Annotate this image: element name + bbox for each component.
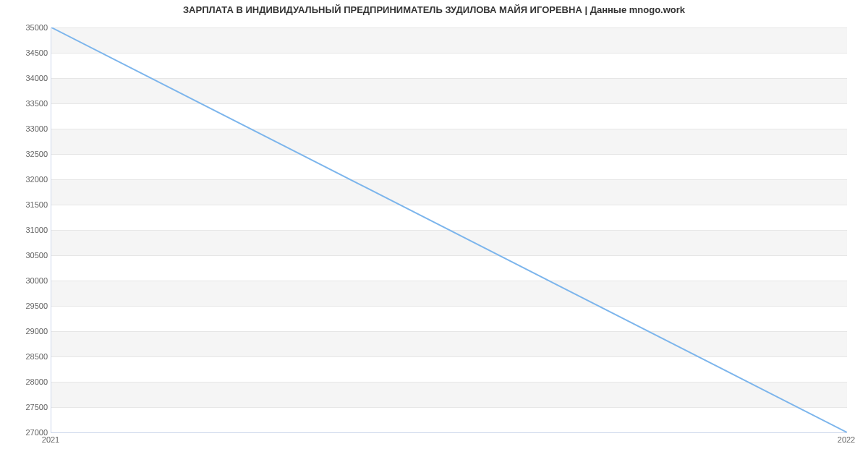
y-tick-label: 27500 <box>4 403 48 411</box>
y-tick-label: 28000 <box>4 377 48 386</box>
line-series <box>51 27 847 432</box>
y-tick-label: 34500 <box>4 48 48 57</box>
y-tick-label: 30000 <box>4 276 48 285</box>
y-tick-label: 34000 <box>4 74 48 82</box>
y-tick-label: 28500 <box>4 352 48 361</box>
x-tick-label: 2021 <box>42 435 59 444</box>
y-tick-label: 29000 <box>4 327 48 336</box>
y-tick-label: 33000 <box>4 124 48 133</box>
x-tick-label: 2022 <box>838 435 855 444</box>
chart-container: ЗАРПЛАТА В ИНДИВИДУАЛЬНЫЙ ПРЕДПРИНИМАТЕЛ… <box>0 0 868 470</box>
y-tick-label: 31000 <box>4 226 48 234</box>
y-tick-label: 30500 <box>4 251 48 260</box>
plot-area <box>51 27 847 433</box>
line-segment <box>51 27 847 432</box>
y-tick-label: 32000 <box>4 175 48 184</box>
y-tick-label: 29500 <box>4 302 48 310</box>
y-tick-label: 33500 <box>4 99 48 108</box>
y-gridline <box>51 432 847 433</box>
y-tick-label: 31500 <box>4 200 48 209</box>
y-tick-label: 35000 <box>4 23 48 32</box>
chart-title: ЗАРПЛАТА В ИНДИВИДУАЛЬНЫЙ ПРЕДПРИНИМАТЕЛ… <box>0 4 868 15</box>
y-tick-label: 32500 <box>4 150 48 158</box>
